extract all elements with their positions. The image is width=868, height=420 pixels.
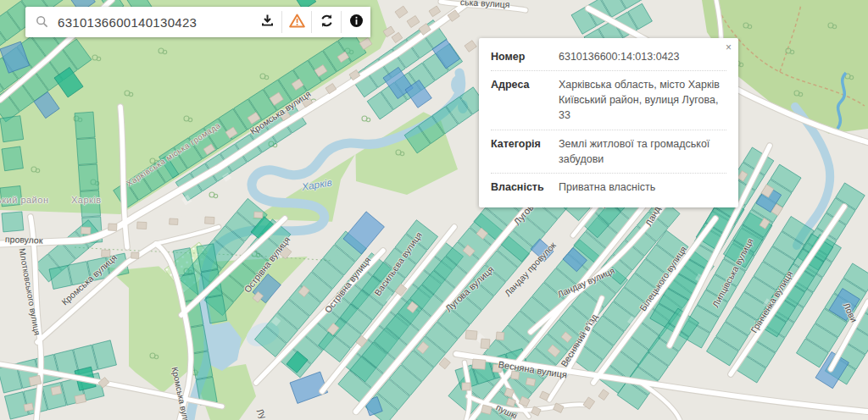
search-toolbar xyxy=(25,7,370,37)
popup-row-value: 6310136600:14:013:0423 xyxy=(559,49,726,64)
refresh-icon xyxy=(320,14,334,30)
info-circle-icon xyxy=(349,14,364,30)
download-icon xyxy=(260,14,275,30)
popup-row-address: Адреса Харківська область, місто Харків … xyxy=(491,71,726,130)
warning-icon xyxy=(289,14,305,30)
popup-row-label: Адреса xyxy=(491,77,559,123)
popup-row-value: Харківська область, місто Харків Київськ… xyxy=(559,77,726,123)
popup-row-ownership: Власність Приватна власність xyxy=(491,174,726,201)
popup-row-label: Номер xyxy=(491,49,559,64)
info-button[interactable] xyxy=(342,7,370,37)
refresh-button[interactable] xyxy=(312,7,341,37)
popup-row-value: Землі житлової та громадської забудови xyxy=(559,136,726,167)
search-icon xyxy=(25,7,56,37)
popup-row-label: Категорія xyxy=(491,136,559,167)
popup-row-category: Категорія Землі житлової та громадської … xyxy=(491,130,726,174)
map-app-screen: Кромська вулиця ська вулиця Харківська м… xyxy=(0,0,868,420)
cadastral-search-input[interactable] xyxy=(56,7,253,37)
popup-row-value: Приватна власність xyxy=(559,180,726,195)
popup-row-label: Власність xyxy=(491,180,559,195)
download-button[interactable] xyxy=(253,7,281,37)
parcel-info-popup: × Номер 6310136600:14:013:0423 Адреса Ха… xyxy=(479,38,738,207)
close-icon[interactable]: × xyxy=(724,41,733,54)
warning-button[interactable] xyxy=(282,7,311,37)
popup-row-number: Номер 6310136600:14:013:0423 xyxy=(491,43,726,71)
